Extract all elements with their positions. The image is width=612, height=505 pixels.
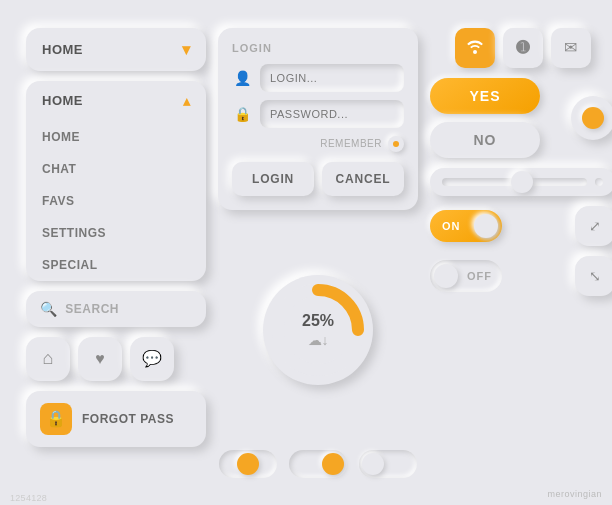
expand-icon: ⤢: [589, 218, 601, 234]
heart-icon: ♥: [95, 350, 105, 368]
remember-label: REMEMBER: [320, 138, 382, 149]
mail-icon-btn[interactable]: ✉: [551, 28, 591, 68]
toggle-1[interactable]: [219, 450, 277, 478]
username-input-wrap: [260, 64, 404, 92]
sidebar-item-favs[interactable]: FAVS: [26, 185, 206, 217]
dropdown-open: HOME ▴ HOME CHAT FAVS SETTINGS SPECIAL: [26, 81, 206, 281]
off-toggle[interactable]: OFF: [430, 260, 502, 292]
slider-dot: [595, 178, 603, 186]
username-row: 👤: [232, 64, 404, 92]
forgot-pass-label: FORGOT PASS: [82, 412, 174, 426]
top-icon-row: ➊ ✉: [430, 28, 612, 68]
dropdown-open-header[interactable]: HOME ▴: [26, 81, 206, 121]
password-input-wrap: [260, 100, 404, 128]
toggle-2[interactable]: [289, 450, 347, 478]
remember-toggle[interactable]: [388, 136, 404, 152]
password-input[interactable]: [260, 100, 404, 128]
collapse-icon-btn[interactable]: ⤡: [575, 256, 612, 296]
yes-button[interactable]: YES: [430, 78, 540, 114]
toggle-3-thumb: [362, 453, 384, 475]
sidebar-item-chat[interactable]: CHAT: [26, 153, 206, 185]
wifi-icon: [465, 38, 485, 58]
no-button[interactable]: NO: [430, 122, 540, 158]
on-toggle-row: ON ⤢: [430, 206, 612, 246]
chevron-down-icon: ▾: [182, 40, 191, 59]
bluetooth-icon: ➊: [516, 38, 529, 57]
login-btn-row: LOGIN CANCEL: [232, 162, 404, 196]
round-toggle-btn[interactable]: [571, 96, 612, 140]
dropdown-open-label: HOME: [42, 93, 83, 108]
home-icon-btn[interactable]: ⌂: [26, 337, 70, 381]
on-toggle-thumb: [474, 214, 498, 238]
off-toggle-row: OFF ⤡: [430, 256, 612, 296]
password-row: 🔒: [232, 100, 404, 128]
yes-no-section: YES NO: [430, 78, 612, 158]
heart-icon-btn[interactable]: ♥: [78, 337, 122, 381]
home-icon: ⌂: [43, 348, 54, 369]
toggle-row-bottom: [218, 450, 418, 478]
sidebar-item-special[interactable]: SPECIAL: [26, 249, 206, 281]
lock-icon: 🔒: [40, 403, 72, 435]
action-icon-row: ⌂ ♥ 💬: [26, 337, 206, 381]
expand-icon-btn[interactable]: ⤢: [575, 206, 612, 246]
yes-no-btns: YES NO: [430, 78, 565, 158]
slider-track: [442, 178, 587, 186]
slider-thumb[interactable]: [511, 171, 533, 193]
stock-number: 1254128: [10, 493, 47, 503]
cancel-button[interactable]: CANCEL: [322, 162, 404, 196]
sidebar-item-settings[interactable]: SETTINGS: [26, 217, 206, 249]
collapse-icon: ⤡: [589, 268, 601, 284]
progress-donut: 25% ☁↓: [263, 275, 373, 385]
user-icon: 👤: [232, 70, 252, 86]
progress-area: 25% ☁↓: [218, 220, 418, 440]
mail-icon: ✉: [564, 38, 577, 57]
lock-input-icon: 🔒: [232, 106, 252, 122]
forgot-pass-btn[interactable]: 🔒 FORGOT PASS: [26, 391, 206, 447]
login-button[interactable]: LOGIN: [232, 162, 314, 196]
dropdown-collapsed-label: HOME: [42, 42, 83, 57]
toggle-3[interactable]: [359, 450, 417, 478]
chevron-up-icon: ▴: [183, 93, 191, 109]
dropdown-collapsed[interactable]: HOME ▾: [26, 28, 206, 71]
toggle-1-thumb: [237, 453, 259, 475]
toggle-2-thumb: [322, 453, 344, 475]
donut-center: 25% ☁↓: [302, 312, 334, 348]
slider-container: [430, 168, 612, 196]
round-toggle-inner: [582, 107, 604, 129]
off-label: OFF: [467, 270, 492, 282]
cloud-download-icon: ☁↓: [302, 332, 334, 348]
search-icon: 🔍: [40, 301, 57, 317]
chat-icon-btn[interactable]: 💬: [130, 337, 174, 381]
bluetooth-icon-btn[interactable]: ➊: [503, 28, 543, 68]
search-placeholder: SEARCH: [65, 302, 119, 316]
off-toggle-thumb: [434, 264, 458, 288]
watermark-label: merovingian: [547, 489, 602, 499]
login-box: LOGIN 👤 🔒 REMEMBER: [218, 28, 418, 210]
login-title: LOGIN: [232, 42, 404, 54]
sidebar-item-home[interactable]: HOME: [26, 121, 206, 153]
remember-dot-inner: [393, 141, 399, 147]
chat-icon: 💬: [142, 349, 162, 368]
progress-percent: 25%: [302, 312, 334, 330]
on-toggle[interactable]: ON: [430, 210, 502, 242]
username-input[interactable]: [260, 64, 404, 92]
search-bar[interactable]: 🔍 SEARCH: [26, 291, 206, 327]
remember-row: REMEMBER: [232, 136, 404, 152]
wifi-icon-btn[interactable]: [455, 28, 495, 68]
on-label: ON: [442, 220, 461, 232]
